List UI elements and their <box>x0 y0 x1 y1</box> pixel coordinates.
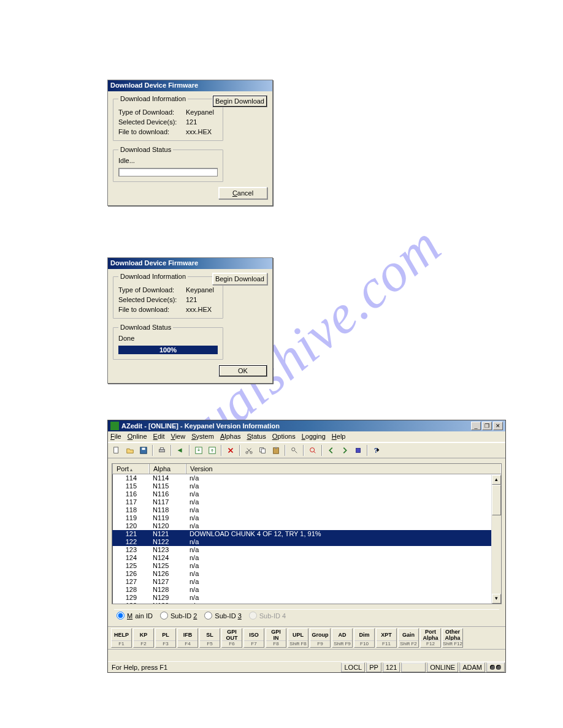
new-file-icon[interactable] <box>110 444 123 457</box>
menu-edit[interactable]: Edit <box>153 433 165 441</box>
svg-rect-0 <box>114 447 118 453</box>
table-row[interactable]: 120N120n/a <box>112 522 501 530</box>
fnkey-xpt[interactable]: XPTF11 <box>376 628 397 648</box>
download-info-group: Download Information Type of Download:Ke… <box>113 273 223 319</box>
stop-icon[interactable] <box>352 444 364 457</box>
fnkey-iso[interactable]: ISOF7 <box>243 628 264 648</box>
fnkey-port-alpha[interactable]: PortAlphaF12 <box>420 628 441 648</box>
fnkey-other-alpha[interactable]: OtherAlphaShift F12 <box>442 628 463 648</box>
scrollbar[interactable]: ▴ ▾ <box>491 475 501 604</box>
svg-point-13 <box>292 448 295 451</box>
delete-icon[interactable] <box>224 444 237 457</box>
type-of-download-value: Keypanel <box>186 286 218 294</box>
table-row[interactable]: 125N125n/a <box>112 562 501 570</box>
table-row[interactable]: 114N114n/a <box>112 474 501 482</box>
progress-bar-empty <box>118 168 218 176</box>
fnkey-ad[interactable]: ADShift F9 <box>332 628 353 648</box>
table-row[interactable]: 115N115n/a <box>112 482 501 490</box>
cell-version: n/a <box>186 498 501 506</box>
fnkey-help[interactable]: HELPF1 <box>111 628 132 648</box>
table-row[interactable]: 117N117n/a <box>112 498 501 506</box>
table-row[interactable]: 116N116n/a <box>112 490 501 498</box>
table-row[interactable]: 124N124n/a <box>112 554 501 562</box>
zoom-in-icon[interactable] <box>307 444 319 457</box>
group-legend: Download Information <box>118 273 188 280</box>
help-icon[interactable]: ? <box>370 444 383 457</box>
menu-help[interactable]: Help <box>332 433 346 441</box>
fnkey-group[interactable]: GroupF9 <box>310 628 331 648</box>
fnkey-sl[interactable]: SLF5 <box>199 628 220 648</box>
menu-file[interactable]: File <box>110 433 121 441</box>
fnkey-dim[interactable]: DimF10 <box>354 628 375 648</box>
upload-green-icon[interactable] <box>206 444 218 457</box>
copy-icon[interactable] <box>256 444 269 457</box>
prev-icon[interactable] <box>325 444 337 457</box>
cell-port: 126 <box>112 570 149 578</box>
next-icon[interactable] <box>339 444 351 457</box>
table-row[interactable]: 123N123n/a <box>112 546 501 554</box>
fnkey-gain[interactable]: GainShift F2 <box>398 628 419 648</box>
open-file-icon[interactable] <box>124 444 136 457</box>
fnkey-gpi-out[interactable]: GPIOUTF6 <box>221 628 242 648</box>
print-icon[interactable] <box>156 444 168 457</box>
begin-download-button[interactable]: Begin Download <box>212 95 267 107</box>
cut-icon[interactable] <box>243 444 255 457</box>
table-row[interactable]: 121N121DOWNLOAD CHUNK 4 OF 12, TRY 1, 91… <box>112 530 501 538</box>
menu-options[interactable]: Options <box>272 433 296 441</box>
table-row[interactable]: 127N127n/a <box>112 578 501 586</box>
cell-alpha: N122 <box>149 538 186 546</box>
table-row[interactable]: 122N122n/a <box>112 538 501 546</box>
cancel-button[interactable]: Cancel <box>218 187 267 199</box>
minimize-button[interactable]: _ <box>471 422 481 430</box>
close-button[interactable]: ✕ <box>493 422 503 430</box>
column-header-alpha[interactable]: Alpha <box>149 464 186 474</box>
fnkey-upl[interactable]: UPLShift F8 <box>288 628 308 648</box>
menu-system[interactable]: System <box>191 433 214 441</box>
menu-logging[interactable]: Logging <box>302 433 326 441</box>
menu-view[interactable]: View <box>171 433 186 441</box>
cell-alpha: N123 <box>149 546 186 554</box>
fnkey-ifb[interactable]: IFBF4 <box>177 628 198 648</box>
menu-online[interactable]: Online <box>128 433 147 441</box>
fnkey-kp[interactable]: KPF2 <box>133 628 154 648</box>
cell-version: n/a <box>186 514 501 522</box>
table-row[interactable]: 128N128n/a <box>112 586 501 594</box>
download-green-icon[interactable] <box>193 444 205 457</box>
separator-icon <box>152 445 153 456</box>
column-header-port[interactable]: Port <box>112 464 149 474</box>
paste-icon[interactable] <box>270 444 282 457</box>
save-icon[interactable] <box>137 444 150 457</box>
svg-rect-2 <box>142 448 145 450</box>
table-row[interactable]: 129N129n/a <box>112 594 501 602</box>
table-row[interactable]: 119N119n/a <box>112 514 501 522</box>
dialog-title: Download Device Firmware <box>108 258 272 269</box>
ok-button[interactable]: OK <box>218 365 267 377</box>
file-to-download-value: xxx.HEX <box>186 128 218 135</box>
menu-alphas[interactable]: Alphas <box>220 433 241 441</box>
file-to-download-value: xxx.HEX <box>186 306 218 313</box>
table-row[interactable]: 130N130n/a <box>112 602 501 604</box>
fnkey-pl[interactable]: PLF3 <box>155 628 176 648</box>
restore-button[interactable]: ❐ <box>482 422 492 430</box>
sub-id-2-radio[interactable]: Sub-ID 2 <box>160 612 197 620</box>
scroll-thumb[interactable] <box>492 485 501 515</box>
find-icon[interactable] <box>288 444 301 457</box>
status-online: ONLINE <box>427 662 458 672</box>
fnkey-gpi-in[interactable]: GPIINF8 <box>266 628 286 648</box>
status-leds <box>486 662 505 672</box>
download-status-group: Download Status Idle... <box>113 146 223 182</box>
scroll-down-button[interactable]: ▾ <box>492 594 501 604</box>
sub-id-3-radio[interactable]: Sub-ID 3 <box>204 612 241 620</box>
selected-devices-value: 121 <box>186 118 218 126</box>
cell-port: 121 <box>112 530 149 538</box>
menu-status[interactable]: Status <box>247 433 266 441</box>
column-header-version[interactable]: Version <box>186 464 501 474</box>
begin-download-button[interactable]: Begin Download <box>212 273 267 285</box>
table-row[interactable]: 126N126n/a <box>112 570 501 578</box>
table-row[interactable]: 118N118n/a <box>112 506 501 514</box>
download-dialog-idle: Download Device Firmware Begin Download … <box>107 80 273 206</box>
send-icon[interactable] <box>174 444 186 457</box>
main-id-radio[interactable]: Main ID <box>117 612 153 620</box>
scroll-up-button[interactable]: ▴ <box>492 475 501 485</box>
status-text: Done <box>118 335 218 342</box>
